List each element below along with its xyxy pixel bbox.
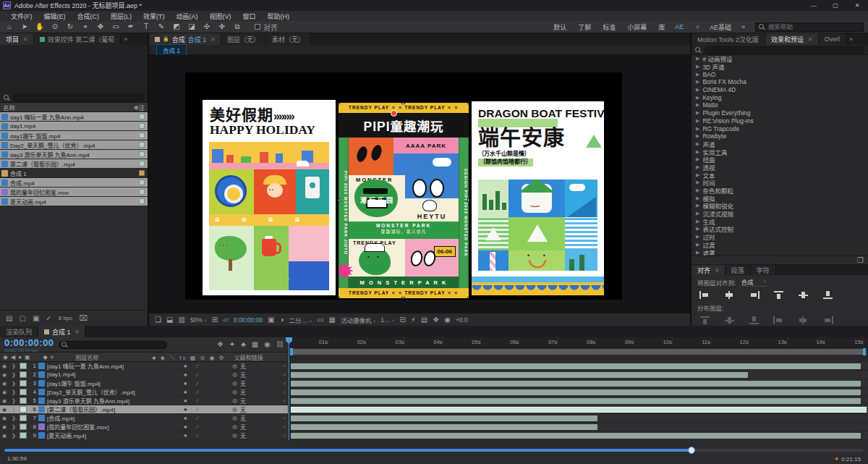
layer-label-swatch[interactable] [20,423,27,430]
layer-switches[interactable]: ♣ ∕ [184,398,230,403]
expand-caret-icon[interactable]: ▶ [696,126,699,132]
layer-name[interactable]: [我的童年回忆图鉴.mov] [47,423,182,431]
expand-caret-icon[interactable]: ▶ [696,195,699,201]
selection-handle[interactable] [339,297,340,298]
layer-label-swatch[interactable] [20,397,27,404]
effects-category[interactable]: ▶ RE:Vision Plug-ins [692,117,868,125]
layer-track[interactable] [290,414,868,423]
layer-switches[interactable]: ♣ ∕ [184,363,230,368]
align-top-button[interactable] [773,290,785,300]
layer-row[interactable]: ◉ ❯ 5 [day3 游乐单天鹅 九鱼Ann.mp4] ♣ ∕ ◎无˅ [0,397,288,405]
poster-pipi-trendy-play[interactable]: TRENDY PLAY ✕ ✕ TRENDY PLAY ✕ ✕ PIPI童趣潮玩… [339,103,469,298]
audio-column-icon[interactable]: ◀ [11,354,15,360]
layer-parent-dropdown[interactable]: ◎无˅ [232,371,286,379]
layer-duration-bar[interactable] [291,389,861,395]
note-column-header[interactable]: 注 [138,103,145,111]
layer-switches[interactable]: ♣ ∕ [184,416,230,421]
transparency-grid-icon[interactable]: ▦ [328,316,335,324]
pickwhip-icon[interactable]: ◎ [232,371,237,378]
poster-dragon-boat-festival[interactable]: DRAGON BOAT FESTIVAL 端午安康 ｛万水千山粽是情｝ ｛粽馅肉… [472,101,604,295]
menu-item[interactable]: 帮助(H) [263,12,295,21]
tab-paragraph[interactable]: 段落 [726,265,751,275]
distribute-horizontal-button[interactable] [797,316,809,325]
layer-visibility-icon[interactable]: ◉ [2,407,9,413]
layer-duration-bar[interactable] [291,433,861,439]
number-column-header[interactable]: # [51,354,54,360]
layer-duration-bar[interactable] [291,416,597,421]
pixel-aspect-icon[interactable]: ⊟ [399,316,405,324]
composition-mini-flowchart-icon[interactable]: ❖ [217,341,224,348]
new-preset-icon[interactable]: ❒ [857,257,864,264]
menu-item[interactable]: 效果(T) [138,12,170,21]
pan-behind-tool[interactable]: ✥ [95,22,106,31]
effects-category[interactable]: ▶ Matte [692,101,868,109]
expand-caret-icon[interactable]: ▶ [696,95,699,101]
pickwhip-icon[interactable]: ◎ [232,397,237,404]
layer-visibility-icon[interactable]: ◉ [2,424,9,430]
camera-tool[interactable]: ⌖ [80,22,90,31]
effects-category[interactable]: ▶ 表达式控制 [692,225,868,233]
layer-switches[interactable]: ♣ ∕ [184,381,230,386]
layer-track[interactable] [290,371,868,379]
pickwhip-icon[interactable]: ◎ [232,415,237,421]
resolution-dropdown[interactable]: 二分… ˅ [289,316,312,324]
playhead[interactable] [289,337,289,440]
layer-duration-bar[interactable] [291,363,861,369]
layer-parent-dropdown[interactable]: ◎无˅ [232,397,286,405]
expand-caret-icon[interactable]: ▶ [696,79,699,85]
label-swatch[interactable] [139,151,145,157]
adjust-icon[interactable]: ✓ [46,315,51,322]
layer-name[interactable]: [第二课（葡萄乐园）.mp4] [47,405,182,413]
preview-time[interactable]: 0:00:00:00 [234,316,263,324]
pickwhip-icon[interactable]: ◎ [232,389,237,395]
effects-category[interactable]: ▶ 过渡 [692,241,868,249]
layer-label-swatch[interactable] [20,389,27,395]
expand-caret-icon[interactable]: ▶ [696,56,699,62]
exposure-icon[interactable]: ◉ [444,316,451,324]
minimize-button[interactable]: — [803,0,825,11]
grid-guides-icon[interactable]: ⊞ [212,316,218,324]
magnification-dropdown[interactable]: 50% ˅ [190,316,207,324]
tab-align[interactable]: 对齐≡ [692,265,726,275]
effects-category[interactable]: ▶ Keying [692,93,868,101]
expand-caret-icon[interactable]: ▶ [696,219,699,224]
new-composition-icon[interactable]: ▣ [33,315,39,322]
layer-expand-icon[interactable]: ❯ [12,389,17,395]
distribute-left-button[interactable] [773,316,785,325]
expand-caret-icon[interactable]: ▶ [696,156,699,162]
distribute-bottom-button[interactable] [748,316,760,325]
effects-category[interactable]: ▶ 遮罩 [692,248,868,256]
menu-item[interactable]: 视图(V) [205,12,237,21]
workspace-menu-icon[interactable]: ≡ [696,24,699,30]
label-swatch[interactable] [139,132,145,138]
hand-tool[interactable]: ✋ [35,22,45,31]
video-column-icon[interactable]: ◉ [3,354,8,360]
layer-track[interactable] [290,397,868,405]
project-item[interactable]: day1端午 饭饭.mp4 [0,131,148,140]
layer-track[interactable] [290,388,868,397]
layer-label-swatch[interactable] [20,380,27,387]
hide-shy-layers-icon[interactable]: ♣ [241,341,246,348]
time-ruler[interactable]: 01s02s03s04s05s06s07s08s09s10s11s12s13s1… [290,337,868,347]
tab-project[interactable]: 项目≡ [0,33,34,45]
show-channel-icon[interactable]: ◑ [280,316,284,324]
layer-switches[interactable]: ♣ ∕ [184,424,230,429]
layer-visibility-icon[interactable]: ◉ [2,372,9,378]
expand-caret-icon[interactable]: ▶ [696,250,699,256]
layer-visibility-icon[interactable]: ◉ [2,416,9,421]
layer-label-swatch[interactable] [20,363,27,369]
expand-caret-icon[interactable]: ▶ [696,203,699,208]
effects-category[interactable]: ▶ 文本 [692,171,868,179]
pen-tool[interactable]: ✒ [126,22,136,31]
effects-category[interactable]: ▶ CINEMA 4D [692,86,868,94]
workspace-tab[interactable]: 库 [658,22,665,32]
pickwhip-icon[interactable]: ◎ [232,380,237,387]
tab-effects-presets[interactable]: 效果和预设≡ [765,33,819,45]
selection-handle[interactable] [467,297,469,298]
brush-tool[interactable]: ✎ [156,22,166,31]
label-swatch[interactable] [139,123,145,129]
motion-blur-icon[interactable]: ◉ [264,341,271,348]
expand-caret-icon[interactable]: ▶ [696,118,699,124]
layer-label-swatch[interactable] [20,406,27,413]
comp-breadcrumb[interactable]: 合成 1 [156,44,187,56]
